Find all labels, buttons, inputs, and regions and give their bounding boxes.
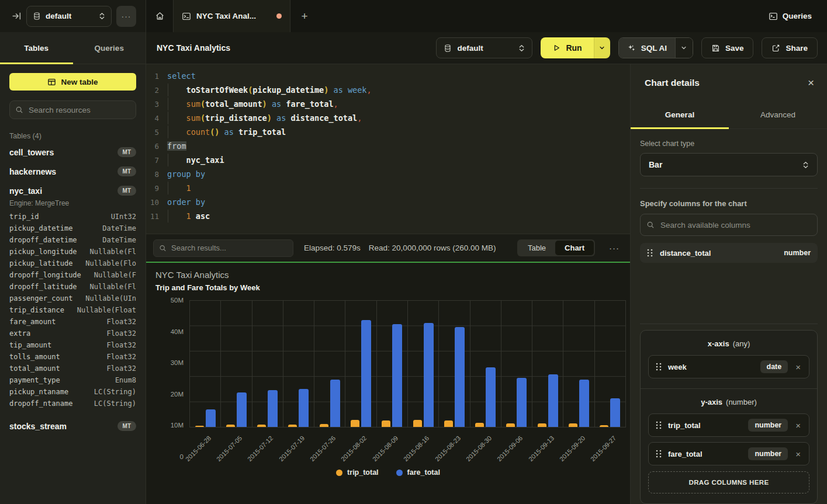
- column-row: extraFloat32: [9, 328, 136, 339]
- results-search-input[interactable]: [153, 239, 293, 257]
- bar-trip_total[interactable]: [320, 424, 328, 427]
- top-bar: default ··· NYC Taxi Anal... + Queries: [0, 0, 827, 32]
- bar-trip_total[interactable]: [475, 423, 484, 427]
- tab-advanced[interactable]: Advanced: [729, 101, 827, 128]
- legend-item-trip_total[interactable]: trip_total: [336, 468, 378, 477]
- share-button[interactable]: Share: [762, 37, 818, 58]
- sidebar-search-input[interactable]: [9, 100, 136, 119]
- axis-pill-fare_total[interactable]: fare_totalnumber×: [648, 442, 809, 465]
- bar-fare_total[interactable]: [392, 324, 402, 427]
- remove-column-button[interactable]: ×: [794, 421, 802, 430]
- bar-trip_total[interactable]: [351, 420, 359, 427]
- bar-fare_total[interactable]: [610, 398, 620, 427]
- bar-fare_total[interactable]: [206, 409, 216, 427]
- sidebar-tab-queries[interactable]: Queries: [73, 32, 146, 64]
- sidebar-tab-tables[interactable]: Tables: [0, 32, 73, 64]
- bar-fare_total[interactable]: [299, 389, 309, 427]
- bar-fare_total[interactable]: [517, 378, 527, 427]
- column-row: pickup_ntanameLC(String): [9, 386, 136, 398]
- home-button[interactable]: [146, 0, 174, 32]
- sql-ai-options-button[interactable]: [675, 38, 693, 58]
- collapse-sidebar-button[interactable]: [12, 11, 22, 21]
- results-more-button[interactable]: ···: [605, 243, 623, 253]
- bar-group: [377, 300, 408, 427]
- bar-fare_total[interactable]: [455, 327, 465, 427]
- bars: [595, 300, 625, 427]
- chart-subtitle: Trip and Fare Totals by Week: [155, 283, 621, 292]
- tab-nyc-taxi-analytics[interactable]: NYC Taxi Anal...: [174, 0, 290, 32]
- bar-fare_total[interactable]: [330, 380, 340, 427]
- toolbar-database-selector[interactable]: default: [436, 37, 532, 58]
- columns-search-input[interactable]: [640, 214, 818, 236]
- table-row[interactable]: cell_towersMT: [9, 142, 136, 162]
- bar-trip_total[interactable]: [226, 425, 235, 427]
- bars: [221, 300, 251, 427]
- bar-fare_total[interactable]: [424, 323, 434, 427]
- tab-general[interactable]: General: [631, 101, 729, 128]
- line-number: 5: [146, 128, 167, 137]
- topbar-database-selector[interactable]: default: [26, 6, 112, 27]
- legend-item-fare_total[interactable]: fare_total: [396, 468, 440, 477]
- engine-badge: MT: [117, 186, 136, 196]
- available-column-distance_total[interactable]: distance_totalnumber: [640, 243, 818, 263]
- bar-trip_total[interactable]: [195, 426, 204, 427]
- bar-trip_total[interactable]: [382, 420, 390, 427]
- view-toggle-table[interactable]: Table: [518, 241, 555, 255]
- code-text: nyc_taxi: [167, 155, 630, 165]
- drag-handle-icon: [656, 421, 662, 429]
- search-icon: [15, 106, 23, 114]
- bar-fare_total[interactable]: [548, 374, 558, 427]
- code-text: order by: [167, 197, 630, 207]
- view-toggle-chart[interactable]: Chart: [555, 241, 594, 255]
- bar-trip_total[interactable]: [506, 423, 515, 427]
- run-options-button[interactable]: [594, 37, 610, 58]
- chart-type-label: Select chart type: [640, 140, 818, 148]
- bar-trip_total[interactable]: [600, 425, 608, 427]
- x-axis-heading: x-axis(any): [648, 339, 809, 348]
- code-text: count() as trip_total: [167, 127, 630, 137]
- column-row: dropoff_latitudeNullable(Fl: [9, 281, 136, 293]
- line-number: 7: [146, 156, 167, 165]
- column-name: pickup_latitude: [9, 258, 72, 269]
- axis-pill-week[interactable]: weekdate×: [648, 355, 809, 378]
- run-button[interactable]: Run: [541, 37, 593, 58]
- chevron-updown-icon: [99, 12, 105, 20]
- new-table-button[interactable]: New table: [9, 73, 136, 91]
- bar-fare_total[interactable]: [486, 367, 496, 427]
- bar-trip_total[interactable]: [444, 420, 453, 427]
- bar-trip_total[interactable]: [257, 425, 266, 427]
- column-name: dropoff_longitude: [9, 269, 81, 281]
- available-column-type: number: [784, 249, 811, 257]
- bar-trip_total[interactable]: [538, 423, 546, 427]
- remove-column-button[interactable]: ×: [794, 363, 802, 371]
- bars: [408, 300, 438, 427]
- bar-trip_total[interactable]: [413, 420, 422, 427]
- bar-trip_total[interactable]: [569, 423, 577, 427]
- close-panel-button[interactable]: ×: [808, 77, 814, 88]
- chart-details-header: Chart details ×: [631, 64, 827, 101]
- column-row: tip_amountFloat32: [9, 339, 136, 351]
- queries-link[interactable]: Queries: [769, 12, 812, 21]
- sql-editor[interactable]: 1select2 toStartOfWeek(pickup_datetime) …: [146, 64, 630, 234]
- table-row[interactable]: nyc_taxiMT: [9, 181, 136, 200]
- x-tick-label: 2015-07-05: [215, 435, 243, 463]
- bar-fare_total[interactable]: [361, 320, 371, 427]
- bar-fare_total[interactable]: [237, 392, 247, 427]
- sql-ai-button[interactable]: SQL AI: [619, 38, 675, 58]
- new-tab-button[interactable]: +: [290, 0, 319, 32]
- save-button[interactable]: Save: [701, 37, 754, 58]
- table-row[interactable]: hackernewsMT: [9, 162, 136, 181]
- remove-column-button[interactable]: ×: [794, 450, 802, 458]
- chart-card: NYC Taxi Analytics Trip and Fare Totals …: [146, 262, 630, 504]
- chart-details-body: Select chart type Bar Specify columns fo…: [631, 129, 827, 504]
- database-more-button[interactable]: ···: [116, 6, 136, 27]
- table-row[interactable]: stocks_streamMT: [9, 416, 136, 436]
- bar-group: [563, 300, 594, 427]
- chart-type-select[interactable]: Bar: [640, 153, 818, 176]
- axis-pill-trip_total[interactable]: trip_totalnumber×: [648, 413, 809, 437]
- bar-trip_total[interactable]: [288, 425, 297, 427]
- line-number: 10: [146, 198, 167, 207]
- bar-fare_total[interactable]: [268, 390, 278, 427]
- drop-zone[interactable]: DRAG COLUMNS HERE: [648, 471, 809, 493]
- bar-fare_total[interactable]: [579, 380, 589, 427]
